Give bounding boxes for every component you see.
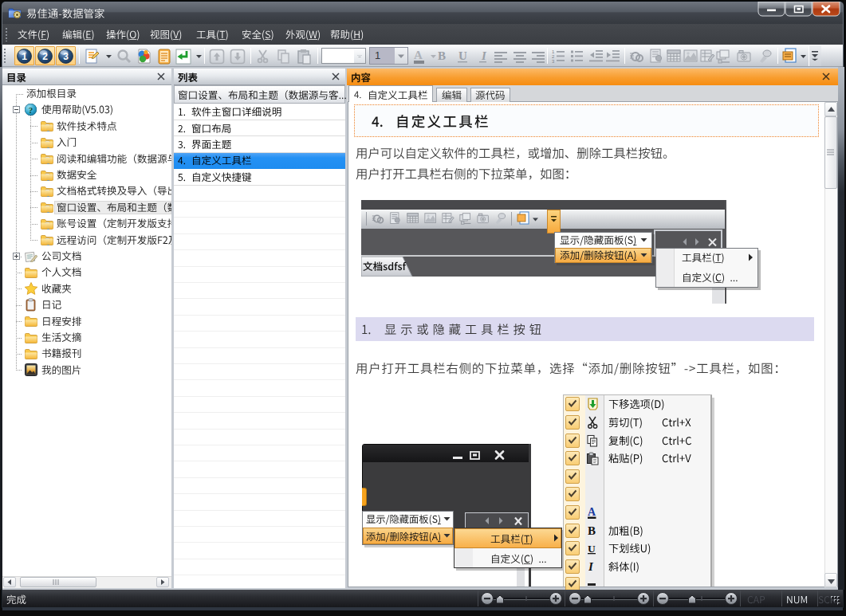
svg-text:2: 2 — [42, 51, 48, 62]
svg-text:I: I — [588, 560, 594, 573]
svg-text:3: 3 — [63, 51, 69, 62]
svg-text:U: U — [588, 543, 596, 555]
svg-text:1: 1 — [22, 51, 27, 62]
svg-text:A: A — [414, 49, 423, 61]
svg-text:?: ? — [29, 105, 33, 115]
svg-text:3: 3 — [552, 59, 555, 64]
svg-text:I: I — [481, 49, 487, 62]
svg-text:U: U — [458, 49, 467, 62]
svg-text:B: B — [438, 49, 446, 62]
svg-text:A: A — [588, 506, 596, 518]
svg-text:B: B — [588, 524, 596, 537]
